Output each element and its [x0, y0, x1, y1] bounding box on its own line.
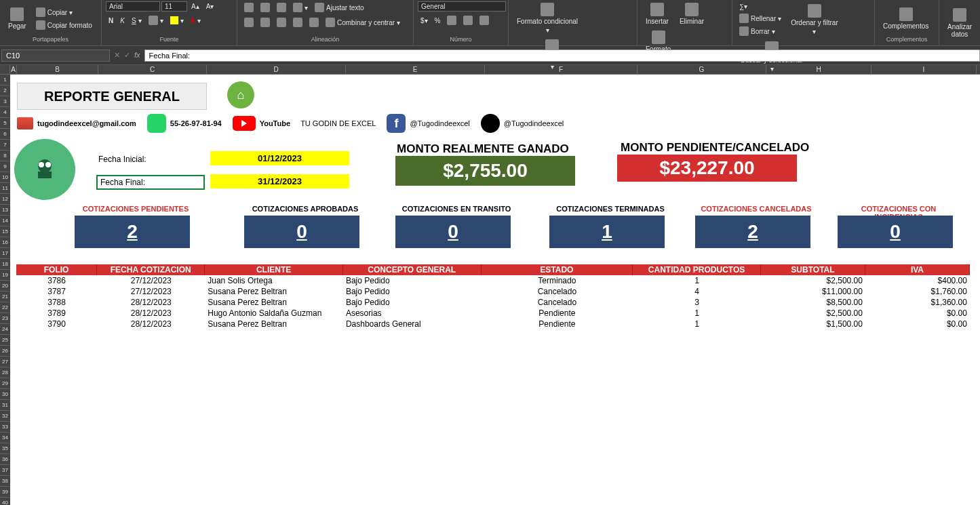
table-row[interactable]: 378928/12/2023Hugo Antonio Saldaña Guzma…	[16, 308, 970, 319]
currency-button[interactable]: $▾	[418, 14, 431, 26]
row-header-21[interactable]: 21	[0, 291, 10, 302]
col-header-D[interactable]: D	[207, 65, 346, 74]
row-header-40[interactable]: 40	[0, 498, 10, 505]
row-header-39[interactable]: 39	[0, 487, 10, 498]
name-box[interactable]	[1, 49, 110, 62]
delete-cells-button[interactable]: Eliminar	[675, 1, 708, 26]
row-header-12[interactable]: 12	[0, 194, 10, 205]
fill-button[interactable]: Rellenar▾	[737, 12, 784, 24]
italic-button[interactable]: K	[117, 14, 128, 26]
stat-box-4[interactable]: 2	[695, 216, 810, 248]
col-header-C[interactable]: C	[98, 65, 207, 74]
align-right-button[interactable]	[274, 16, 289, 28]
align-middle-button[interactable]	[258, 1, 273, 14]
row-header-1[interactable]: 1	[0, 75, 10, 85]
col-header-B[interactable]: B	[17, 65, 98, 74]
row-header-7[interactable]: 7	[0, 140, 10, 150]
table-row[interactable]: 378627/12/2023Juan Solis OrtegaBajo Pedi…	[16, 276, 970, 287]
row-header-36[interactable]: 36	[0, 454, 10, 465]
col-header-A[interactable]: A	[10, 65, 17, 74]
number-format-select[interactable]	[418, 1, 506, 12]
conditional-format-button[interactable]: Formato condicional▾	[513, 1, 582, 35]
wrap-text-button[interactable]: Ajustar texto	[312, 1, 367, 14]
increase-decimal-button[interactable]	[460, 14, 475, 26]
clear-button[interactable]: Borrar▾	[737, 25, 784, 37]
percent-button[interactable]: %	[432, 14, 444, 26]
fecha-inicial-value[interactable]: 01/12/2023	[210, 151, 349, 165]
col-header-E[interactable]: E	[346, 65, 485, 74]
row-header-11[interactable]: 11	[0, 183, 10, 194]
fecha-final-value[interactable]: 31/12/2023	[210, 174, 349, 188]
row-header-14[interactable]: 14	[0, 216, 10, 226]
row-header-6[interactable]: 6	[0, 129, 10, 140]
increase-font-button[interactable]: A▴	[189, 1, 202, 12]
row-header-26[interactable]: 26	[0, 346, 10, 357]
row-header-34[interactable]: 34	[0, 432, 10, 443]
row-header-27[interactable]: 27	[0, 357, 10, 367]
row-header-8[interactable]: 8	[0, 150, 10, 161]
bold-button[interactable]: N	[106, 14, 116, 26]
row-header-30[interactable]: 30	[0, 389, 10, 400]
underline-button[interactable]: S▾	[129, 14, 144, 26]
font-color-button[interactable]: A▾	[188, 14, 203, 26]
decrease-font-button[interactable]: A▾	[203, 1, 217, 12]
formula-input[interactable]	[144, 49, 980, 62]
stat-box-3[interactable]: 1	[549, 216, 665, 248]
table-row[interactable]: 379028/12/2023Susana Perez BeltranDashbo…	[16, 319, 970, 330]
copy-button[interactable]: Copiar▾	[33, 6, 95, 18]
row-header-29[interactable]: 29	[0, 378, 10, 389]
select-all-corner[interactable]	[0, 65, 10, 74]
row-header-22[interactable]: 22	[0, 302, 10, 313]
row-header-38[interactable]: 38	[0, 476, 10, 487]
row-header-37[interactable]: 37	[0, 465, 10, 476]
row-header-23[interactable]: 23	[0, 313, 10, 324]
row-header-31[interactable]: 31	[0, 400, 10, 411]
autosum-button[interactable]: ∑▾	[737, 1, 784, 12]
comma-button[interactable]	[444, 14, 459, 26]
col-header-F[interactable]: F	[485, 65, 638, 74]
format-painter-button[interactable]: Copiar formato	[33, 19, 95, 31]
sort-filter-button[interactable]: Ordenar y filtrar▾	[787, 3, 842, 37]
row-header-4[interactable]: 4	[0, 107, 10, 118]
row-header-10[interactable]: 10	[0, 172, 10, 183]
fill-color-button[interactable]: ▾	[168, 14, 187, 26]
fecha-final-cell[interactable]: Fecha Final:	[96, 175, 205, 190]
stat-box-1[interactable]: 0	[244, 216, 359, 248]
align-top-button[interactable]	[241, 1, 256, 14]
merge-center-button[interactable]: Combinar y centrar▾	[323, 16, 403, 28]
stat-box-5[interactable]: 0	[838, 216, 953, 248]
col-header-I[interactable]: I	[871, 65, 977, 74]
align-bottom-button[interactable]	[274, 1, 289, 14]
align-left-button[interactable]	[241, 16, 256, 28]
fx-icon[interactable]: fx	[134, 51, 140, 60]
row-header-20[interactable]: 20	[0, 281, 10, 291]
row-header-9[interactable]: 9	[0, 161, 10, 172]
stat-box-0[interactable]: 2	[75, 216, 190, 248]
paste-button[interactable]: Pegar	[4, 6, 31, 31]
home-button[interactable]: ⌂	[227, 81, 254, 108]
addins-button[interactable]: Complementos	[879, 6, 933, 31]
row-header-16[interactable]: 16	[0, 237, 10, 248]
spreadsheet-canvas[interactable]: REPORTE GENERAL ⌂ tugodindeexcel@gmail.c…	[10, 75, 980, 505]
table-row[interactable]: 378828/12/2023Susana Perez BeltranBajo P…	[16, 298, 970, 308]
enter-formula-icon[interactable]: ✓	[124, 51, 130, 60]
decrease-decimal-button[interactable]	[477, 14, 492, 26]
row-header-3[interactable]: 3	[0, 96, 10, 107]
row-header-32[interactable]: 32	[0, 411, 10, 422]
row-header-17[interactable]: 17	[0, 248, 10, 259]
col-header-G[interactable]: G	[638, 65, 766, 74]
row-header-5[interactable]: 5	[0, 118, 10, 129]
font-name-select[interactable]	[106, 1, 160, 12]
insert-cells-button[interactable]: Insertar	[642, 1, 673, 26]
row-header-24[interactable]: 24	[0, 324, 10, 335]
table-row[interactable]: 378727/12/2023Susana Perez BeltranBajo P…	[16, 287, 970, 298]
stat-box-2[interactable]: 0	[395, 216, 511, 248]
row-header-35[interactable]: 35	[0, 443, 10, 454]
row-header-15[interactable]: 15	[0, 226, 10, 237]
decrease-indent-button[interactable]	[290, 16, 305, 28]
row-header-13[interactable]: 13	[0, 205, 10, 216]
cancel-formula-icon[interactable]: ✕	[114, 51, 120, 60]
row-header-33[interactable]: 33	[0, 422, 10, 432]
analyze-data-button[interactable]: Analizar datos	[943, 7, 976, 39]
align-center-button[interactable]	[258, 16, 273, 28]
